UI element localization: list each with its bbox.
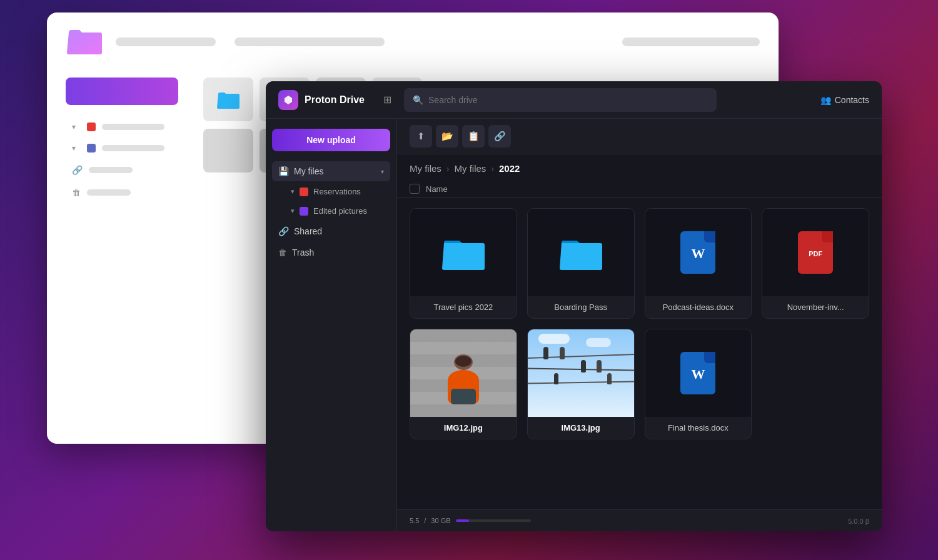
upload-file-icon: ⬆ bbox=[417, 131, 425, 142]
new-upload-button[interactable]: New upload bbox=[272, 129, 390, 151]
file-card-boarding-pass[interactable]: Boarding Pass bbox=[527, 208, 635, 319]
breadcrumb-myfiles-2[interactable]: My files bbox=[455, 163, 487, 174]
search-icon: 🔍 bbox=[413, 95, 423, 105]
myfiles-chevron: ▾ bbox=[381, 168, 384, 175]
upload-folder-button[interactable]: 📂 bbox=[436, 125, 458, 148]
file-name-img13: IMG13.jpg bbox=[528, 417, 634, 439]
storage-progress-bar bbox=[456, 519, 531, 522]
trash-label: Trash bbox=[292, 248, 384, 258]
breadcrumb-current: 2022 bbox=[499, 163, 520, 174]
bg-nav-item-1: ▾ bbox=[66, 118, 191, 136]
file-name-podcast: Podcast-ideas.docx bbox=[645, 296, 752, 318]
word-icon-podcast: W bbox=[680, 231, 715, 274]
expand-editedpictures-icon: ▾ bbox=[291, 207, 295, 215]
select-all-checkbox[interactable] bbox=[410, 184, 420, 194]
storage-total: 30 GB bbox=[431, 517, 450, 524]
breadcrumb-sep-1: › bbox=[446, 164, 450, 174]
upload-folder-icon: 📂 bbox=[441, 131, 453, 142]
column-header: Name bbox=[397, 180, 882, 198]
contacts-button[interactable]: 👥 Contacts bbox=[820, 95, 869, 105]
editedpictures-label: Edited pictures bbox=[313, 206, 367, 216]
file-thumb-img13 bbox=[528, 329, 634, 417]
new-folder-button[interactable]: 📋 bbox=[462, 125, 485, 148]
search-input[interactable] bbox=[428, 95, 708, 105]
toolbar: ⬆ 📂 📋 🔗 bbox=[397, 119, 882, 154]
bg-folder-icon bbox=[66, 25, 103, 59]
file-card-img12[interactable]: IMG12.jpg bbox=[410, 329, 517, 439]
logo-area: Proton Drive bbox=[278, 90, 365, 110]
file-card-final-thesis[interactable]: W Final thesis.docx bbox=[645, 329, 752, 439]
bg-nav-item-4: 🗑 bbox=[66, 182, 191, 202]
file-thumb-podcast: W bbox=[645, 209, 752, 296]
file-thumb-travel-pics bbox=[410, 209, 517, 296]
upload-file-button[interactable]: ⬆ bbox=[410, 125, 432, 148]
sidebar-item-shared[interactable]: 🔗 Shared bbox=[272, 221, 390, 241]
file-name-travel-pics: Travel pics 2022 bbox=[410, 296, 517, 318]
contacts-label: Contacts bbox=[835, 95, 869, 105]
bg-upload-button bbox=[66, 78, 178, 105]
sidebar-item-trash[interactable]: 🗑 Trash bbox=[272, 242, 390, 262]
app-logo bbox=[278, 90, 298, 110]
grid-menu-icon[interactable]: ⊞ bbox=[383, 94, 391, 106]
file-thumb-final-thesis: W bbox=[645, 329, 752, 417]
file-card-podcast[interactable]: W Podcast-ideas.docx bbox=[645, 208, 752, 319]
expand-reservations-icon: ▾ bbox=[291, 188, 295, 196]
file-name-final-thesis: Final thesis.docx bbox=[645, 417, 752, 439]
word-icon-thesis: W bbox=[680, 352, 715, 394]
version-label: 5.0.0 β bbox=[848, 515, 869, 526]
reservations-folder-dot bbox=[300, 188, 308, 196]
file-name-boarding-pass: Boarding Pass bbox=[528, 296, 634, 318]
breadcrumb: My files › My files › 2022 bbox=[397, 154, 882, 180]
hard-drive-icon: 💾 bbox=[278, 166, 289, 176]
shared-icon: 🔗 bbox=[278, 226, 289, 236]
storage-info: 5.5 / 30 GB bbox=[410, 517, 531, 524]
file-card-img13[interactable]: IMG13.jpg bbox=[527, 329, 635, 439]
files-grid: Travel pics 2022 Boarding Pass bbox=[397, 198, 882, 509]
sidebar: New upload 💾 My files ▾ ▾ Reservations ▾ bbox=[266, 119, 397, 531]
app-body: New upload 💾 My files ▾ ▾ Reservations ▾ bbox=[266, 119, 882, 531]
sidebar-item-reservations[interactable]: ▾ Reservations bbox=[272, 182, 390, 201]
storage-used: 5.5 bbox=[410, 517, 419, 524]
breadcrumb-sep-2: › bbox=[491, 164, 494, 174]
reservations-label: Reservations bbox=[313, 187, 361, 196]
trash-icon: 🗑 bbox=[278, 248, 287, 258]
breadcrumb-myfiles-1[interactable]: My files bbox=[410, 163, 441, 174]
file-card-november[interactable]: PDF November-inv... bbox=[762, 208, 869, 319]
file-name-november: November-inv... bbox=[762, 296, 869, 318]
new-folder-icon: 📋 bbox=[468, 131, 480, 142]
header-right: 👥 Contacts bbox=[820, 95, 869, 105]
app-name: Proton Drive bbox=[305, 94, 365, 106]
get-link-button[interactable]: 🔗 bbox=[488, 125, 511, 148]
sidebar-item-myfiles[interactable]: 💾 My files ▾ bbox=[272, 161, 390, 181]
main-content: ⬆ 📂 📋 🔗 My files › My files › 2022 bbox=[397, 119, 882, 531]
pdf-icon-november: PDF bbox=[798, 231, 833, 274]
file-name-img12: IMG12.jpg bbox=[410, 417, 517, 439]
myfiles-label: My files bbox=[294, 166, 376, 176]
contacts-icon: 👥 bbox=[820, 95, 831, 105]
file-thumb-img12 bbox=[410, 329, 517, 417]
file-thumb-boarding-pass bbox=[528, 209, 634, 296]
bg-search-bar2 bbox=[234, 38, 385, 46]
proton-drive-window: Proton Drive ⊞ 🔍 👥 Contacts New upload 💾… bbox=[266, 81, 882, 531]
editedpictures-folder-dot bbox=[300, 207, 308, 216]
link-icon: 🔗 bbox=[494, 131, 506, 142]
search-bar[interactable]: 🔍 bbox=[404, 88, 717, 112]
bg-nav-item-2: ▾ bbox=[66, 139, 191, 158]
file-card-travel-pics[interactable]: Travel pics 2022 bbox=[410, 208, 517, 319]
bg-search-right bbox=[622, 38, 760, 46]
bg-nav-item-3: 🔗 bbox=[66, 160, 191, 180]
status-bar: 5.5 / 30 GB 5.0.0 β bbox=[397, 509, 882, 531]
app-header: Proton Drive ⊞ 🔍 👥 Contacts bbox=[266, 81, 882, 119]
sidebar-item-editedpictures[interactable]: ▾ Edited pictures bbox=[272, 202, 390, 220]
nav-section: 💾 My files ▾ ▾ Reservations ▾ Edited pic… bbox=[272, 161, 390, 262]
shared-label: Shared bbox=[294, 226, 384, 236]
name-column-header: Name bbox=[426, 184, 448, 194]
storage-fill bbox=[456, 519, 470, 522]
file-thumb-november: PDF bbox=[762, 209, 869, 296]
storage-separator: / bbox=[424, 517, 426, 524]
bg-search-bar bbox=[116, 38, 216, 46]
